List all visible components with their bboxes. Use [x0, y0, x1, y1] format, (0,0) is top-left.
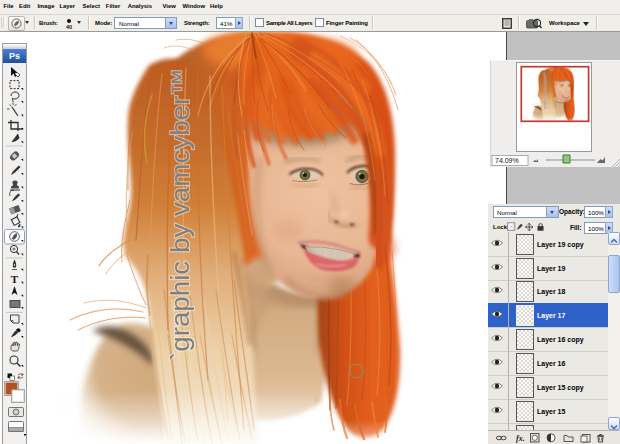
svg-text:40: 40 [66, 24, 72, 30]
svg-text:74.09%: 74.09% [495, 157, 519, 164]
svg-text:T: T [11, 273, 19, 285]
svg-text:`graphic by vamcyber™: `graphic by vamcyber™ [166, 68, 194, 361]
svg-text:fx.: fx. [516, 434, 525, 443]
